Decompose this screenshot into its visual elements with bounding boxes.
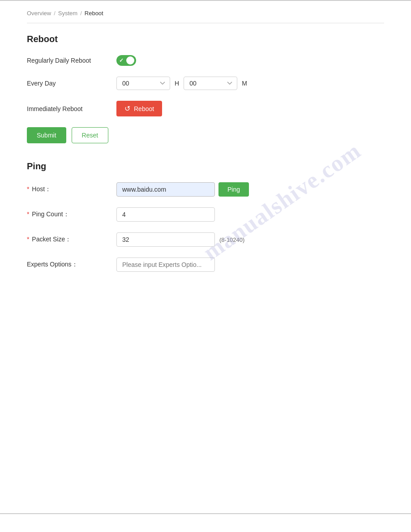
experts-options-input[interactable] [116,257,215,272]
breadcrumb-divider [27,23,384,23]
breadcrumb: Overview / System / Reboot [27,10,384,17]
regularly-daily-reboot-toggle[interactable]: ✓ [116,55,136,66]
ping-count-label: * Ping Count： [27,210,116,219]
top-border [0,0,411,1]
packet-size-label: * Packet Size： [27,236,116,244]
hour-unit-label: H [175,80,179,87]
every-day-label: Every Day [27,80,116,87]
host-row: * Host： Ping [27,182,384,197]
submit-button[interactable]: Submit [27,127,66,143]
host-label-text: Host： [32,185,51,193]
ping-count-row: * Ping Count： [27,207,384,222]
ping-count-input[interactable] [116,207,215,222]
ping-section-title: Ping [27,161,384,172]
breadcrumb-sep-1: / [54,10,56,17]
reboot-section-title: Reboot [27,34,384,44]
packet-size-hint: (8-10240) [219,236,244,243]
host-required-star: * [27,185,29,193]
packet-size-row: * Packet Size： (8-10240) [27,232,384,247]
reboot-button[interactable]: ↺ Reboot [116,101,162,116]
regularly-daily-reboot-label: Regularly Daily Reboot [27,57,116,64]
ping-count-required-star: * [27,210,29,218]
hour-select[interactable]: 00 01 02 03 04 05 06 07 08 09 10 11 12 1… [116,77,170,90]
ping-section: Ping * Host： Ping * Ping Count： * Pa [27,161,384,272]
breadcrumb-current: Reboot [85,10,103,17]
host-input-group: Ping [116,182,249,197]
packet-size-input[interactable] [116,232,215,247]
packet-size-label-text: Packet Size： [32,236,71,243]
toggle-slider: ✓ [116,55,136,66]
minute-select[interactable]: 00 05 10 15 20 25 30 35 40 45 50 55 [184,77,237,90]
every-day-row: Every Day 00 01 02 03 04 05 06 07 08 09 … [27,77,384,90]
every-day-dropdowns: 00 01 02 03 04 05 06 07 08 09 10 11 12 1… [116,77,247,90]
packet-size-required-star: * [27,236,29,243]
reset-button[interactable]: Reset [72,127,109,143]
action-buttons: Submit Reset [27,127,384,143]
breadcrumb-system[interactable]: System [58,10,77,17]
ping-count-label-text: Ping Count： [32,210,69,218]
host-label: * Host： [27,185,116,193]
experts-options-row: Experts Options： [27,257,384,272]
toggle-check-icon: ✓ [119,57,124,64]
minute-unit-label: M [242,80,247,87]
breadcrumb-overview[interactable]: Overview [27,10,51,17]
reboot-icon: ↺ [124,104,130,113]
immediately-reboot-row: Immediately Reboot ↺ Reboot [27,101,384,116]
ping-button[interactable]: Ping [218,182,249,197]
experts-options-label: Experts Options： [27,261,116,269]
reboot-button-label: Reboot [134,105,154,112]
regularly-daily-reboot-row: Regularly Daily Reboot ✓ [27,55,384,66]
immediately-reboot-label: Immediately Reboot [27,105,116,112]
experts-options-label-text: Experts Options： [27,261,78,268]
host-input[interactable] [116,182,215,197]
bottom-border [0,513,411,514]
breadcrumb-sep-2: / [80,10,82,17]
